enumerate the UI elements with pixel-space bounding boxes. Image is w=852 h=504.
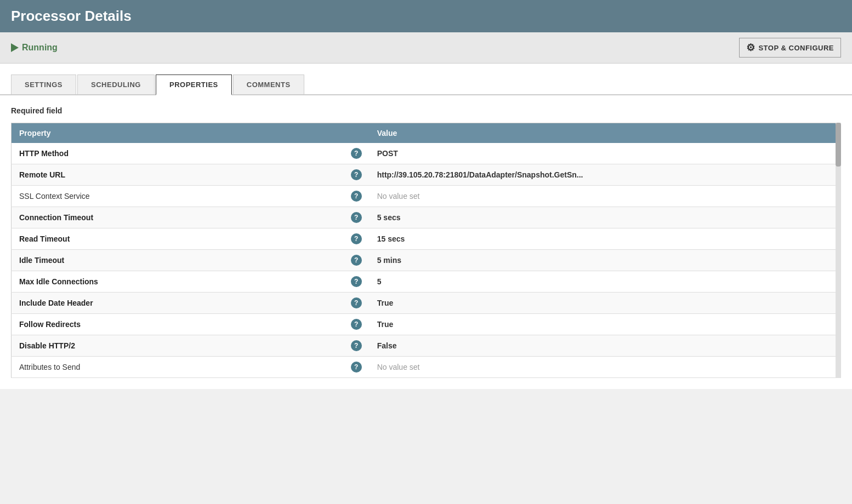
table-row[interactable]: HTTP Method?POST [12,143,841,164]
help-icon[interactable]: ? [351,319,362,330]
help-icon[interactable]: ? [351,191,362,202]
status-bar: Running ⚙ STOP & CONFIGURE [0,32,852,64]
property-name: Connection Timeout [19,213,93,222]
property-name: SSL Context Service [19,192,90,201]
row-action-cell [797,335,841,357]
table-header-row: Property Value [12,123,841,144]
property-value: 5 secs [377,213,401,222]
help-icon[interactable]: ? [351,212,362,223]
col-action [797,123,841,144]
property-name: Disable HTTP/2 [19,341,75,350]
row-action-cell [797,143,841,164]
property-name: Include Date Header [19,299,93,307]
help-icon[interactable]: ? [351,276,362,287]
property-value: 5 mins [377,256,401,265]
help-icon[interactable]: ? [351,255,362,266]
table-row[interactable]: Attributes to Send?No value set [12,357,841,378]
property-name: Read Timeout [19,234,70,243]
help-icon[interactable]: ? [351,297,362,308]
property-value: POST [377,149,398,158]
row-action-cell [797,271,841,293]
col-property: Property [12,123,343,144]
table-row[interactable]: Max Idle Connections?5 [12,271,841,293]
col-help-spacer [343,123,370,144]
properties-table: Property Value HTTP Method?POSTRemote UR… [11,123,841,378]
property-value: 15 secs [377,234,405,243]
scrollbar-track[interactable] [836,123,841,378]
row-action-cell [797,314,841,335]
property-value: False [377,341,397,350]
col-value: Value [370,123,797,144]
table-row[interactable]: Idle Timeout?5 mins [12,250,841,271]
tab-settings[interactable]: SETTINGS [11,75,76,94]
row-action-cell [797,164,841,186]
help-icon[interactable]: ? [351,362,362,373]
row-action-cell [797,250,841,271]
property-name: Attributes to Send [19,363,80,371]
tab-comments[interactable]: COMMENTS [233,75,304,94]
scrollbar-thumb[interactable] [836,123,841,167]
play-icon [11,43,19,52]
property-name: Max Idle Connections [19,277,98,286]
table-row[interactable]: SSL Context Service?No value set [12,186,841,207]
property-name: Remote URL [19,170,65,179]
table-row[interactable]: Include Date Header?True [12,293,841,314]
property-name: Follow Redirects [19,320,81,329]
row-action-cell [797,228,841,250]
property-value: No value set [377,192,420,201]
help-icon[interactable]: ? [351,340,362,351]
stop-configure-label: STOP & CONFIGURE [758,44,834,52]
row-action-cell [797,186,841,207]
stop-configure-button[interactable]: ⚙ STOP & CONFIGURE [739,38,841,58]
tab-scheduling[interactable]: SCHEDULING [77,75,155,94]
page-title: Processor Details [11,8,841,25]
table-row[interactable]: Follow Redirects?True [12,314,841,335]
table-row[interactable]: Disable HTTP/2?False [12,335,841,357]
property-name: Idle Timeout [19,256,64,265]
content-area: Required field Property Value HTTP Metho… [0,95,852,389]
table-row[interactable]: Read Timeout?15 secs [12,228,841,250]
row-action-cell [797,357,841,378]
tabs-container: SETTINGS SCHEDULING PROPERTIES COMMENTS [0,64,852,95]
property-value: 5 [377,277,382,286]
property-name: HTTP Method [19,149,69,158]
property-value: True [377,320,394,329]
property-value: http://39.105.20.78:21801/DataAdapter/Sn… [377,170,583,179]
property-value: No value set [377,363,420,371]
row-action-cell [797,293,841,314]
row-action-cell [797,207,841,228]
page-header: Processor Details [0,0,852,32]
required-label: Required field [11,106,841,115]
help-icon[interactable]: ? [351,169,362,180]
help-icon[interactable]: ? [351,148,362,159]
table-row[interactable]: Remote URL?http://39.105.20.78:21801/Dat… [12,164,841,186]
property-value: True [377,299,394,307]
help-icon[interactable]: ? [351,233,362,244]
gear-stop-icon: ⚙ [746,42,756,54]
status-label: Running [22,43,58,53]
running-status: Running [11,43,58,53]
tab-properties[interactable]: PROPERTIES [156,75,232,95]
table-row[interactable]: Connection Timeout?5 secs [12,207,841,228]
tabs: SETTINGS SCHEDULING PROPERTIES COMMENTS [11,75,841,94]
properties-table-wrapper: Property Value HTTP Method?POSTRemote UR… [11,123,841,378]
